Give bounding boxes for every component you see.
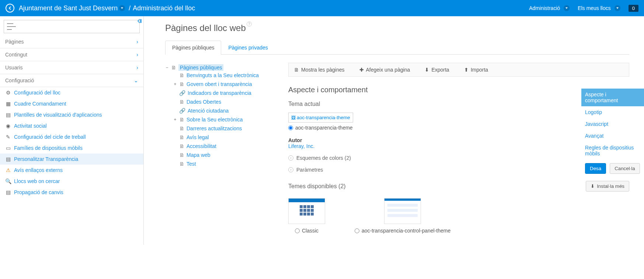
page-icon: ▤: [5, 156, 11, 162]
install-more-button[interactable]: ⬇Instal·la més: [586, 181, 629, 192]
help-icon[interactable]: ?: [247, 21, 252, 27]
export-button[interactable]: ⬇Exporta: [425, 67, 449, 73]
tree-item[interactable]: Benvinguts a la Seu electrònica: [187, 72, 259, 78]
chevron-right-icon: ›: [136, 65, 138, 70]
page-icon: 🗎: [179, 152, 184, 158]
site-name[interactable]: Ajuntament de Sant Just Desvern: [19, 4, 118, 12]
gear-icon: ⚙: [5, 90, 11, 96]
chevron-right-icon: ›: [288, 155, 293, 161]
topbar: Ajuntament de Sant Just Desvern / Admini…: [0, 0, 644, 16]
available-themes-label: Temes disponibles (2): [288, 183, 346, 190]
navcat-users[interactable]: Usuaris›: [0, 61, 143, 74]
rp-item-logo[interactable]: Logotip: [581, 106, 644, 118]
sidebar-item-workflow[interactable]: ✎Configuració del cicle de treball: [0, 131, 143, 142]
sidebar-item-transparency[interactable]: ▤Personalitzar Transparència: [0, 154, 143, 165]
page-icon: 🗎: [179, 81, 184, 87]
tree-expand-icon[interactable]: +: [173, 117, 177, 122]
page-icon: 🗎: [294, 67, 299, 73]
tree-item[interactable]: Atenció ciutadana: [188, 108, 229, 114]
tree-item[interactable]: Darreres actualitzacions: [187, 125, 242, 131]
tree-expand-icon[interactable]: +: [173, 82, 177, 87]
sidebar-item-dashboard[interactable]: ▦Cuadre Comandament: [0, 98, 143, 109]
chevron-down-icon: [615, 5, 620, 11]
notifications-badge[interactable]: 0: [629, 5, 638, 12]
sidebar-item-propagation[interactable]: ▤Propagació de canvis: [0, 187, 143, 198]
theme-preview[interactable]: [384, 198, 421, 224]
params-toggle[interactable]: ›Paràmetres: [288, 167, 629, 173]
main-content: Pàgines del lloc web? Pàgines públiques …: [144, 16, 644, 245]
save-button[interactable]: Desa: [585, 163, 606, 174]
theme-preview[interactable]: [288, 198, 325, 224]
navcat-pages[interactable]: Pàgines›: [0, 35, 143, 48]
color-schemes-toggle[interactable]: ›Esquemes de colors (2): [288, 155, 629, 161]
tabs: Pàgines públiques Pàgines privades: [165, 41, 629, 55]
page-selector[interactable]: [4, 20, 140, 33]
page-icon: 🗎: [179, 134, 184, 140]
add-page-button[interactable]: ✚Afegeix una pàgina: [359, 67, 410, 73]
page-title: Pàgines del lloc web?: [165, 23, 629, 33]
device-icon: ▭: [5, 145, 11, 151]
page-tree: −🗎Pàgines públiques 🗎Benvinguts a la Seu…: [165, 63, 279, 234]
chevron-down-icon: ⌄: [134, 78, 138, 83]
workflow-icon: ✎: [5, 134, 11, 140]
sidebar-item-searchsites[interactable]: 🔍Llocs web on cercar: [0, 176, 143, 187]
admin-menu[interactable]: Administració: [529, 5, 571, 11]
theme-radio-controlpanel[interactable]: [355, 228, 359, 233]
current-theme-label: Tema actual: [288, 101, 629, 107]
sidebar-item-app-templates[interactable]: ▤Plantilles de visualització d'aplicacio…: [0, 109, 143, 120]
page-icon: 🗎: [179, 125, 184, 131]
collapse-sidebar-icon[interactable]: [137, 18, 142, 25]
page-icon: 🗎: [179, 99, 184, 105]
page-icon: 🗎: [179, 117, 184, 123]
tree-item[interactable]: Govern obert i transparència: [187, 81, 252, 87]
back-button[interactable]: [6, 4, 14, 13]
theme-radio-classic[interactable]: [295, 228, 300, 233]
plus-icon: ✚: [359, 67, 364, 73]
rp-item-device-rules[interactable]: Regles de dispositius mòbils: [581, 142, 644, 159]
theme-card-classic: Classic: [288, 198, 325, 234]
page-toolbar: 🗎Mostra les pàgines ✚Afegeix una pàgina …: [288, 63, 629, 77]
chevron-right-icon: ›: [136, 39, 138, 45]
page-icon: 🗎: [179, 161, 184, 167]
theme-card-controlpanel: aoc-transparencia-control-panel-theme: [355, 198, 450, 234]
tab-private[interactable]: Pàgines privades: [221, 41, 275, 54]
page-icon: 🗎: [179, 143, 184, 149]
author-link[interactable]: Liferay, Inc.: [288, 143, 314, 149]
theme-radio-current[interactable]: [288, 125, 293, 130]
navcat-content[interactable]: Contingut›: [0, 48, 143, 61]
tree-item[interactable]: Sobre la Seu electrònica: [187, 117, 243, 123]
sidebar-item-devices[interactable]: ▭Famílies de dispositius mòbils: [0, 142, 143, 154]
tree-item[interactable]: Test: [187, 161, 196, 167]
chevron-down-icon: [564, 5, 570, 11]
show-pages-button[interactable]: 🗎Mostra les pàgines: [294, 67, 345, 73]
tab-public[interactable]: Pàgines públiques: [165, 41, 221, 55]
author-label: Autor: [288, 137, 629, 143]
rp-item-advanced[interactable]: Avançat: [581, 130, 644, 142]
theme-name: aoc-transparencia-theme: [295, 125, 353, 131]
warning-icon: ⚠: [5, 167, 11, 173]
chevron-right-icon: ›: [136, 52, 138, 58]
cancel-button[interactable]: Cancel·la: [610, 163, 640, 174]
sidebar-item-social[interactable]: ◉Activitat social: [0, 120, 143, 131]
rp-item-javascript[interactable]: Javascript: [581, 118, 644, 130]
tree-root[interactable]: Pàgines públiques: [178, 64, 223, 71]
import-button[interactable]: ⬆Importa: [464, 67, 488, 73]
rp-item-appearance[interactable]: Aspecte i comportament: [581, 89, 644, 106]
tree-item[interactable]: Accessibilitat: [187, 143, 216, 149]
tree-item[interactable]: Indicadors de transparència: [188, 90, 251, 96]
navcat-config[interactable]: Configuració⌄: [0, 74, 143, 87]
download-icon: ⬇: [591, 183, 595, 189]
page-icon: 🗎: [171, 65, 176, 70]
tree-item[interactable]: Dades Obertes: [187, 99, 221, 105]
dashboard-icon: ▦: [5, 101, 11, 107]
breadcrumb-separator: /: [129, 4, 130, 12]
sidebar-item-links[interactable]: ⚠Avís enllaços externs: [0, 165, 143, 176]
tree-item[interactable]: Mapa web: [187, 152, 210, 158]
tree-collapse-icon[interactable]: −: [165, 65, 169, 70]
users-icon: ◉: [5, 123, 11, 129]
right-panel: Aspecte i comportament Logotip Javascrip…: [581, 89, 644, 178]
tree-item[interactable]: Avís legal: [187, 134, 209, 140]
site-dropdown-icon[interactable]: [119, 5, 125, 11]
mysites-menu[interactable]: Els meus llocs: [578, 5, 622, 11]
sidebar-item-site-config[interactable]: ⚙Configuració del lloc: [0, 87, 143, 98]
